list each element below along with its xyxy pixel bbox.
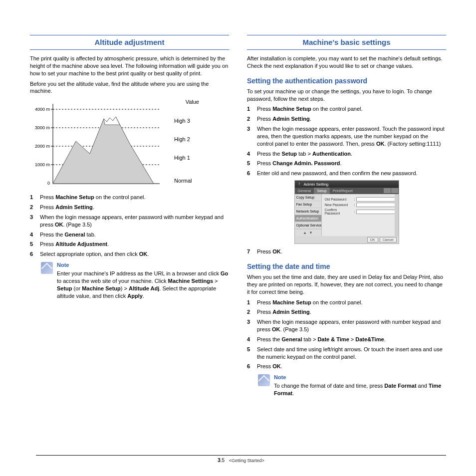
level-normal: Normal [174,178,204,184]
side-fax-setup[interactable]: Fax Setup [295,201,321,208]
ok-button[interactable]: OK [367,237,378,242]
side-copy-setup[interactable]: Copy Setup [295,194,321,201]
ytick-1000: 1000 m [35,162,50,167]
tool-icon[interactable] [391,188,398,193]
side-authentication[interactable]: Authentication [295,215,321,222]
step-item: 3When the login message appears, enter p… [247,125,446,148]
note-body: To change the format of date and time, p… [274,382,446,397]
ytick-4000: 4000 m [35,107,50,112]
ytick-2000: 2000 m [35,144,50,149]
confirm-password-field[interactable] [356,210,396,214]
confirm-password-label: Confirm Password [325,208,353,215]
step-item: 5Press Altitude Adjustment. [30,240,229,248]
page-footer: 3.5 <Getting Started> [36,455,446,463]
altitude-note: Note Enter your machine's IP address as … [41,262,229,299]
panel-title: Admin Setting [304,182,329,187]
note-body: Enter your machine's IP address as the U… [57,270,229,299]
auth-step7: 7Press OK. [247,248,446,255]
step-item: 5Select date and time using left/right a… [247,346,446,361]
step-item: 5Press Change Admin. Password. [247,160,446,167]
up-arrow-icon[interactable]: ▲ [303,231,307,235]
help-icon[interactable]: ? [297,182,302,187]
step-item: 4Press the Setup tab > Authentication. [247,150,446,158]
step-item: 3When the login message appears, enter p… [247,318,446,333]
admin-setting-panel: ? Admin Setting General Setup Print/Repo… [294,180,399,244]
panel-tabs: General Setup Print/Report [295,188,399,194]
side-optional-service[interactable]: Optional Service [295,222,321,229]
step-item: 1Press Machine Setup on the control pane… [247,299,446,306]
new-password-label: New Password [325,203,353,207]
side-network-setup[interactable]: Network Setup [295,208,321,215]
new-password-field[interactable] [356,203,396,207]
datetime-intro: When you set the time and date, they are… [247,273,446,296]
tab-print-report[interactable]: Print/Report [330,188,356,194]
step-item: 3When the login message appears, enter p… [30,214,229,229]
page-number: .5 [221,458,225,463]
altitude-intro: The print quality is affected by atmosph… [30,55,229,77]
cancel-button[interactable]: Cancel [380,237,397,242]
auth-heading: Setting the authentication password [247,77,446,85]
down-arrow-icon[interactable]: ▼ [309,231,313,235]
altitude-heading: Altitude adjustment [30,35,229,50]
step-item: 6Enter old and new password, and then co… [247,170,446,177]
basic-intro: After installation is complete, you may … [247,55,446,70]
footer-section: <Getting Started> [229,458,264,463]
step-item: 4Press the General tab > Date & Time > D… [247,336,446,343]
ytick-3000: 3000 m [35,125,50,130]
old-password-field[interactable] [356,197,396,202]
step-item: 1Press Machine Setup on the control pane… [247,105,446,113]
note-title: Note [274,374,446,380]
chart-value-label: Value [186,99,199,105]
step-item: 1Press Machine Setup on the control pane… [30,194,229,201]
tab-general[interactable]: General [295,188,314,194]
altitude-steps: 1Press Machine Setup on the control pane… [30,194,229,258]
altitude-chart: Value 4000 m 3000 m 2000 m 1000 m 0 [30,99,229,189]
step-item: 6Select appropriate option, and then cli… [30,250,229,258]
tab-setup[interactable]: Setup [314,188,330,194]
tool-icon[interactable] [384,188,391,193]
step-item: 4Press the General tab. [30,231,229,238]
step-item: 2Press Admin Setting. [30,204,229,211]
panel-sidebar: Copy Setup Fax Setup Network Setup Authe… [295,194,322,236]
auth-intro: To set your machine up or change the set… [247,88,446,103]
old-password-label: Old Password [325,198,353,201]
step-item: 2Press Admin Setting. [247,115,446,123]
note-icon [41,262,53,274]
step-item: 2Press Admin Setting. [247,308,446,316]
level-high3: High 3 [174,118,204,124]
level-high1: High 1 [174,155,204,161]
right-column: Machine's basic settings After installat… [247,35,446,401]
left-column: Altitude adjustment The print quality is… [30,35,229,401]
panel-titlebar: ? Admin Setting [295,181,399,188]
note-icon [258,374,270,386]
level-high2: High 2 [174,136,204,142]
datetime-note: Note To change the format of date and ti… [258,374,446,397]
note-title: Note [57,262,229,268]
basic-heading: Machine's basic settings [247,35,446,50]
datetime-heading: Setting the date and time [247,262,446,270]
step-item: 6Press OK. [247,363,446,370]
auth-steps: 1Press Machine Setup on the control pane… [247,105,446,177]
ytick-0: 0 [47,181,50,186]
panel-form: Old Password: New Password: Confirm Pass… [322,194,399,236]
scrollbar[interactable] [395,194,399,236]
datetime-steps: 1Press Machine Setup on the control pane… [247,299,446,371]
altitude-prechart: Before you set the altitude value, find … [30,80,229,95]
